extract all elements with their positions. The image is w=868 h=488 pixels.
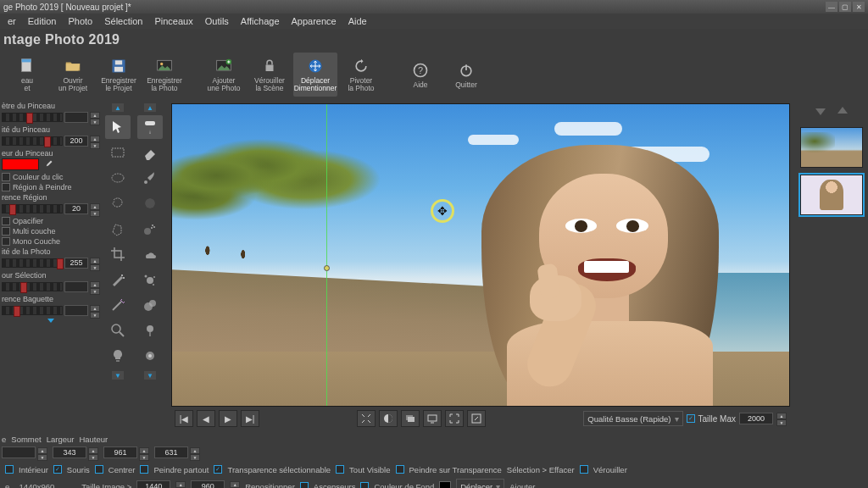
menu-item[interactable]: Affichage: [236, 15, 284, 27]
scroll-down-icon[interactable]: ▼: [144, 371, 156, 380]
menu-item[interactable]: Pinceaux: [150, 15, 197, 27]
photo-density-field[interactable]: 255: [64, 258, 88, 269]
selection-handle[interactable]: [324, 265, 330, 271]
splash-tool[interactable]: [137, 268, 163, 291]
bulb-tool[interactable]: [105, 344, 131, 368]
spinner[interactable]: ▲▼: [37, 447, 47, 458]
quit-button[interactable]: Quitter: [444, 53, 488, 97]
scroll-down-icon[interactable]: ▼: [112, 371, 124, 380]
brush-diameter-slider[interactable]: [2, 113, 63, 122]
add-photo-button[interactable]: Ajouterune Photo: [202, 53, 246, 97]
region-diff-slider[interactable]: [2, 204, 63, 214]
region-diff-field[interactable]: 20: [64, 203, 88, 214]
resize-button[interactable]: [467, 410, 486, 427]
hauteur-field[interactable]: 631: [154, 446, 188, 458]
spray-tool[interactable]: [137, 217, 163, 241]
spinner[interactable]: ▲▼: [90, 136, 100, 147]
left-field[interactable]: [2, 446, 36, 458]
interieur-checkbox[interactable]: [5, 465, 14, 474]
layer-thumbnail[interactable]: [800, 127, 863, 168]
brush-opacity-slider[interactable]: [2, 136, 63, 146]
help-button[interactable]: ? Aide: [398, 53, 442, 97]
layer-thumbnail[interactable]: [800, 175, 863, 215]
size-max-checkbox[interactable]: ✓: [687, 414, 695, 423]
fit-button[interactable]: [357, 410, 376, 427]
region-paint-checkbox[interactable]: [2, 183, 10, 191]
rotate-photo-button[interactable]: Pivoterla Photo: [339, 53, 383, 97]
wand-diff-field[interactable]: [64, 305, 88, 316]
click-color-checkbox[interactable]: [2, 173, 10, 181]
monolayer-checkbox[interactable]: [2, 237, 10, 246]
transp-sel-checkbox[interactable]: ✓: [214, 465, 222, 474]
menu-item[interactable]: Aide: [344, 15, 371, 27]
image-width-field[interactable]: 1440: [136, 480, 170, 488]
spinner[interactable]: ▲▼: [90, 281, 100, 292]
move-up-icon[interactable]: [835, 103, 850, 119]
expand-button[interactable]: [445, 410, 464, 427]
new-project-button[interactable]: eauet: [5, 53, 49, 97]
save-photo-button[interactable]: Enregistrerla Photo: [142, 53, 186, 97]
menu-item[interactable]: Outils: [201, 15, 233, 27]
clone-tool[interactable]: [137, 293, 163, 317]
save-project-button[interactable]: Enregistrerle Projet: [97, 53, 141, 97]
eyedropper-icon[interactable]: [42, 158, 54, 170]
contrast-button[interactable]: [379, 410, 398, 427]
lasso-tool[interactable]: [105, 191, 131, 215]
wand-diff-slider[interactable]: [2, 306, 63, 315]
foreground-photo[interactable]: [456, 122, 777, 406]
paint-roller-tool[interactable]: [137, 115, 163, 139]
spinner[interactable]: ▲▼: [230, 481, 240, 489]
scroll-up-icon[interactable]: ▲: [112, 103, 124, 112]
soft-brush-tool[interactable]: [137, 191, 163, 215]
deplacer-combo[interactable]: Déplacer▾: [456, 479, 504, 488]
lock-scene-button[interactable]: Vérouillerla Scène: [248, 53, 292, 97]
pointer-tool[interactable]: [105, 115, 131, 139]
selection-color-slider[interactable]: [2, 282, 63, 291]
spinner[interactable]: ▲▼: [776, 413, 787, 424]
open-project-button[interactable]: Ouvrirun Projet: [51, 53, 95, 97]
photo-density-slider[interactable]: [2, 258, 63, 268]
menu-item[interactable]: Apparence: [287, 15, 341, 27]
minimize-button[interactable]: —: [826, 2, 837, 12]
centrer-checkbox[interactable]: [95, 465, 103, 474]
cloud-brush-tool[interactable]: [137, 242, 163, 266]
multilayer-checkbox[interactable]: [2, 227, 10, 236]
spinner[interactable]: ▲▼: [90, 258, 100, 269]
couleur-fond-checkbox[interactable]: [360, 482, 369, 488]
last-button[interactable]: ▶|: [241, 410, 259, 427]
expand-icon[interactable]: [47, 319, 54, 323]
next-button[interactable]: ▶: [219, 410, 237, 427]
ajouter-label[interactable]: Ajouter: [509, 482, 535, 489]
move-down-icon[interactable]: [813, 103, 828, 119]
polygon-select-tool[interactable]: [105, 217, 131, 241]
image-height-field[interactable]: 960: [191, 480, 225, 488]
souris-checkbox[interactable]: ✓: [53, 465, 62, 474]
spinner[interactable]: ▲▼: [90, 305, 100, 316]
spinner[interactable]: ▲▼: [175, 481, 186, 489]
sommet-field[interactable]: 343: [53, 446, 86, 458]
ascenseurs-checkbox[interactable]: [300, 482, 309, 488]
first-button[interactable]: |◀: [175, 410, 193, 427]
wand-tool[interactable]: [105, 268, 131, 291]
layers-button[interactable]: [401, 410, 420, 427]
close-button[interactable]: ✕: [853, 2, 865, 12]
spinner[interactable]: ▲▼: [139, 447, 149, 458]
brush-tool[interactable]: [137, 166, 163, 190]
menu-item[interactable]: Photo: [64, 15, 97, 27]
crop-tool[interactable]: [105, 242, 131, 266]
size-max-field[interactable]: 2000: [739, 413, 773, 424]
quality-combo[interactable]: Qualité Basse (Rapide)▾: [583, 411, 682, 426]
spinner[interactable]: ▲▼: [90, 203, 100, 214]
canvas[interactable]: ✥: [171, 103, 790, 407]
spinner[interactable]: ▲▼: [88, 447, 98, 458]
prev-button[interactable]: ◀: [197, 410, 215, 427]
opacify-checkbox[interactable]: [2, 217, 10, 225]
menu-item[interactable]: Sélection: [100, 15, 147, 27]
selection-color-field[interactable]: [64, 281, 88, 292]
sel-effacer-label[interactable]: Sélection > Effacer: [507, 465, 575, 474]
brush-color-swatch[interactable]: [2, 158, 39, 170]
tout-visible-checkbox[interactable]: [336, 465, 344, 474]
peindre-transp-checkbox[interactable]: [396, 465, 404, 474]
repositionner-label[interactable]: Repositionner: [245, 482, 295, 489]
bgcolor-swatch[interactable]: [439, 481, 451, 488]
